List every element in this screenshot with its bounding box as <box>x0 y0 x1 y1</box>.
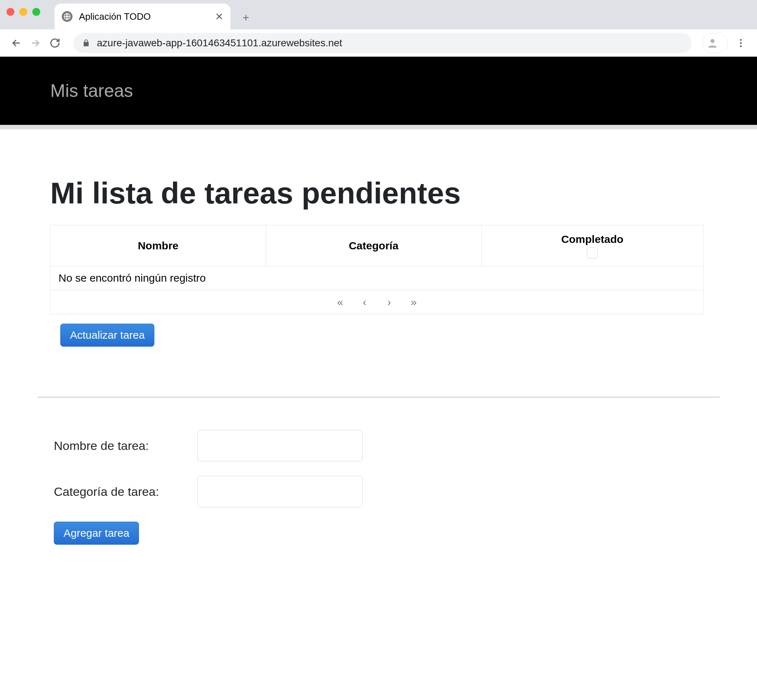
svg-point-3 <box>740 42 742 44</box>
divider <box>0 125 757 129</box>
page-title: Mi lista de tareas pendientes <box>50 176 707 211</box>
browser-toolbar: azure-javaweb-app-1601463451101.azureweb… <box>0 30 757 57</box>
add-task-button[interactable]: Agregar tarea <box>54 522 139 545</box>
svg-point-1 <box>710 39 714 43</box>
address-bar[interactable]: azure-javaweb-app-1601463451101.azureweb… <box>73 33 692 53</box>
nav-reload-button[interactable] <box>45 33 65 53</box>
browser-tab-strip: Aplicación TODO ✕ ＋ <box>0 0 757 30</box>
paginator-first-button[interactable]: « <box>329 296 351 308</box>
paginator-last-button[interactable]: » <box>403 296 425 308</box>
nav-back-button[interactable] <box>6 33 26 53</box>
window-minimize-button[interactable] <box>19 8 27 16</box>
lock-icon <box>82 39 91 47</box>
paginator-row: « ‹ › » <box>51 290 704 314</box>
update-task-button[interactable]: Actualizar tarea <box>60 323 154 347</box>
url-text: azure-javaweb-app-1601463451101.azureweb… <box>97 38 342 49</box>
paginator-prev-button[interactable]: ‹ <box>354 296 375 308</box>
app-navbar: Mis tareas <box>0 57 757 125</box>
task-category-input[interactable] <box>197 476 363 507</box>
tab-title: Aplicación TODO <box>79 11 151 22</box>
new-tab-button[interactable]: ＋ <box>241 10 251 25</box>
task-name-input[interactable] <box>197 430 363 461</box>
user-icon <box>706 37 719 49</box>
column-header-completed-label: Completado <box>561 233 624 245</box>
paginator-next-button[interactable]: › <box>378 296 400 308</box>
nav-forward-button[interactable] <box>26 33 45 53</box>
table-row: No se encontró ningún registro <box>51 266 704 290</box>
svg-point-2 <box>740 39 742 41</box>
column-header-completed[interactable]: Completado <box>481 225 703 266</box>
profile-button[interactable] <box>702 33 727 53</box>
tasks-table: Nombre Categoría Completado No se encont… <box>50 225 704 314</box>
globe-icon <box>62 11 72 22</box>
empty-state-text: No se encontró ningún registro <box>51 266 704 290</box>
window-controls <box>6 8 40 16</box>
tab-close-icon[interactable]: ✕ <box>215 11 223 23</box>
window-maximize-button[interactable] <box>32 8 40 16</box>
browser-tab[interactable]: Aplicación TODO ✕ <box>55 3 230 30</box>
column-header-category[interactable]: Categoría <box>266 225 481 266</box>
window-close-button[interactable] <box>6 8 14 16</box>
task-name-label: Nombre de tarea: <box>54 439 190 453</box>
navbar-brand[interactable]: Mis tareas <box>50 80 133 101</box>
column-header-name[interactable]: Nombre <box>51 225 266 266</box>
select-all-checkbox[interactable] <box>587 248 597 258</box>
section-divider <box>38 397 719 398</box>
add-task-form: Nombre de tarea: Categoría de tarea: Agr… <box>50 430 707 545</box>
chrome-menu-button[interactable] <box>731 33 751 53</box>
table-header-row: Nombre Categoría Completado <box>51 225 704 266</box>
main-content: Mi lista de tareas pendientes Nombre Cat… <box>0 129 757 566</box>
svg-point-4 <box>740 45 742 47</box>
task-category-label: Categoría de tarea: <box>54 485 190 499</box>
